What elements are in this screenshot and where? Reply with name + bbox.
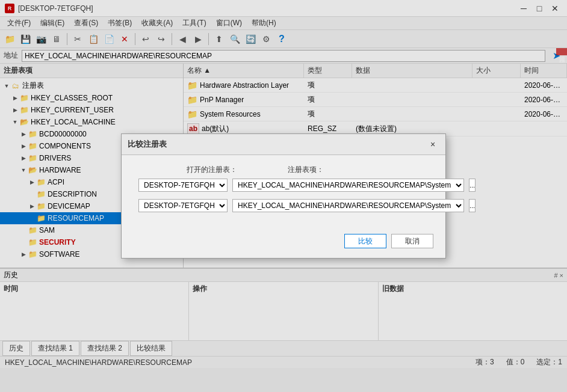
- dialog-title: 比较注册表: [128, 139, 167, 150]
- dialog-computer-select-1[interactable]: DESKTOP-7ETGFQH: [138, 179, 228, 192]
- dialog-body: 打开的注册表： 注册表项： DESKTOP-7ETGFQH HKEY_LOCAL…: [122, 155, 445, 229]
- dialog-path-select-1[interactable]: HKEY_LOCAL_MACHINE\HARDWARE\RESOURCEMAP\…: [232, 179, 464, 192]
- dialog-path-select-2[interactable]: HKEY_LOCAL_MACHINE\HARDWARE\RESOURCEMAP\…: [232, 199, 464, 212]
- dialog-browse-button-2[interactable]: ...: [469, 199, 476, 212]
- dialog-overlay: 比较注册表 × 打开的注册表： 注册表项： DESKTOP-7ETGFQH HK…: [0, 0, 567, 392]
- dialog-compare-button[interactable]: 比较: [344, 234, 386, 248]
- dialog-col-label-computer: 打开的注册表：: [187, 165, 283, 175]
- dialog-computer-select-2[interactable]: DESKTOP-7ETGFQH: [138, 199, 228, 212]
- dialog-browse-button-1[interactable]: ...: [469, 179, 476, 192]
- dialog-row-1: DESKTOP-7ETGFQH HKEY_LOCAL_MACHINE\HARDW…: [134, 179, 433, 192]
- dialog-col-label-path: 注册表项：: [288, 165, 433, 175]
- compare-dialog: 比较注册表 × 打开的注册表： 注册表项： DESKTOP-7ETGFQH HK…: [121, 133, 446, 259]
- dialog-cancel-button[interactable]: 取消: [391, 234, 433, 248]
- dialog-footer: 比较 取消: [122, 229, 445, 258]
- dialog-title-bar: 比较注册表 ×: [122, 134, 445, 155]
- dialog-close-button[interactable]: ×: [426, 138, 439, 151]
- dialog-row-2: DESKTOP-7ETGFQH HKEY_LOCAL_MACHINE\HARDW…: [134, 199, 433, 212]
